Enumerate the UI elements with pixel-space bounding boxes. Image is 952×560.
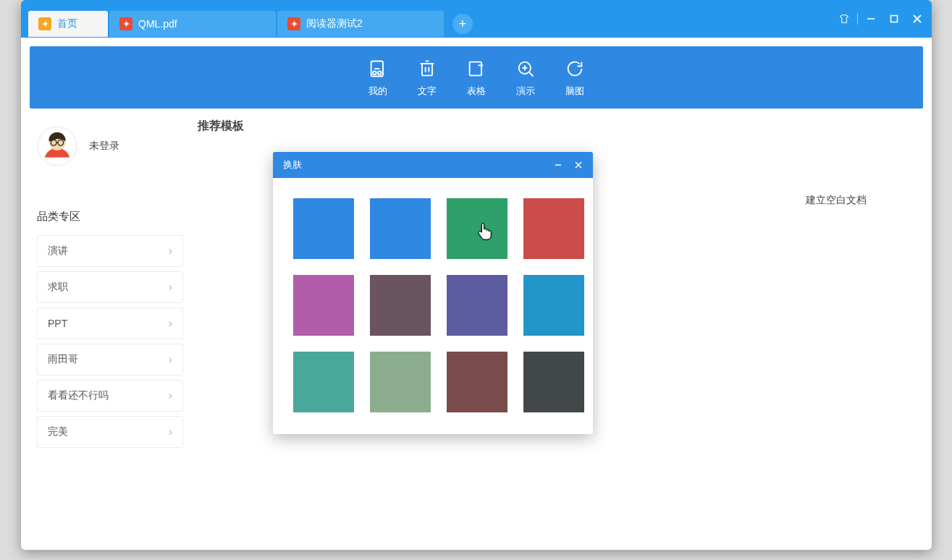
category-item-3[interactable]: 雨田哥 › xyxy=(37,344,183,376)
svg-rect-13 xyxy=(470,62,481,76)
skin-close-button[interactable] xyxy=(571,158,586,172)
category-item-label: PPT xyxy=(48,318,67,329)
chevron-right-icon: › xyxy=(169,353,172,366)
skin-minimize-button[interactable] xyxy=(551,158,565,172)
fire-icon: ✦ xyxy=(287,17,300,30)
tab-home-label: 首页 xyxy=(57,17,77,30)
skin-swatch-8[interactable] xyxy=(293,352,354,412)
export-icon xyxy=(465,57,488,80)
skin-swatch-11[interactable] xyxy=(523,352,584,412)
tab-file-2-label: 阅读器测试2 xyxy=(306,17,363,30)
chevron-right-icon: › xyxy=(169,389,172,402)
category-item-label: 演讲 xyxy=(48,245,68,258)
action-banner: 我的 文字 表格 演示 xyxy=(30,46,923,109)
skin-swatch-4[interactable] xyxy=(293,275,354,336)
skin-dialog-title: 换肤 xyxy=(283,158,302,171)
banner-mind[interactable]: 脑图 xyxy=(563,57,586,98)
category-title: 品类专区 xyxy=(37,210,183,224)
skin-swatch-3[interactable] xyxy=(523,198,584,259)
banner-present-label: 演示 xyxy=(516,85,535,98)
skin-swatch-0[interactable] xyxy=(293,198,354,259)
skin-icon[interactable] xyxy=(834,9,854,29)
app-window: ✦ 首页 ✦ QML.pdf ✦ 阅读器测试2 + xyxy=(21,0,932,550)
avatar xyxy=(37,126,77,166)
category-item-5[interactable]: 完美 › xyxy=(37,416,183,448)
skin-swatch-9[interactable] xyxy=(370,352,431,412)
titlebar: ✦ 首页 ✦ QML.pdf ✦ 阅读器测试2 + xyxy=(21,0,932,38)
skin-dialog: 换肤 xyxy=(273,152,593,434)
zoom-icon xyxy=(514,57,537,80)
svg-rect-1 xyxy=(891,16,898,22)
user-block[interactable]: 未登录 xyxy=(37,126,183,166)
mine-icon xyxy=(366,57,389,80)
svg-line-15 xyxy=(529,72,534,77)
chevron-right-icon: › xyxy=(169,425,172,438)
skin-swatch-2[interactable] xyxy=(447,198,507,259)
skin-dialog-header[interactable]: 换肤 xyxy=(273,152,593,178)
tab-file-1[interactable]: ✦ QML.pdf xyxy=(109,11,276,37)
home-icon: ✦ xyxy=(38,17,51,30)
sidebar-left: 未登录 品类专区 演讲 › 求职 › PPT › 雨田哥 › xyxy=(30,122,183,452)
skin-swatch-1[interactable] xyxy=(370,198,431,259)
skin-swatch-6[interactable] xyxy=(447,275,507,336)
chevron-right-icon: › xyxy=(169,281,172,294)
divider xyxy=(857,13,858,25)
fire-icon: ✦ xyxy=(119,17,132,30)
banner-mine-label: 我的 xyxy=(368,85,387,98)
category-item-label: 求职 xyxy=(48,281,68,294)
blank-doc-link[interactable]: 建立空白文档 xyxy=(749,194,923,207)
tab-file-1-label: QML.pdf xyxy=(138,18,177,30)
skin-swatch-7[interactable] xyxy=(523,275,584,336)
refresh-icon xyxy=(563,57,586,80)
right-column: 建立空白文档 xyxy=(749,122,923,452)
banner-present[interactable]: 演示 xyxy=(514,57,537,98)
tab-home[interactable]: ✦ 首页 xyxy=(28,11,108,37)
maximize-button[interactable] xyxy=(884,9,904,29)
content-area: 我的 文字 表格 演示 xyxy=(21,38,932,550)
tab-add-button[interactable]: + xyxy=(452,14,473,34)
skin-swatch-5[interactable] xyxy=(370,275,431,336)
category-item-0[interactable]: 演讲 › xyxy=(37,235,183,267)
category-item-4[interactable]: 看看还不行吗 › xyxy=(37,380,183,412)
banner-mind-label: 脑图 xyxy=(565,85,584,98)
svg-point-6 xyxy=(378,72,382,75)
login-text: 未登录 xyxy=(89,140,119,153)
trash-icon xyxy=(416,57,439,80)
category-item-2[interactable]: PPT › xyxy=(37,307,183,339)
banner-table-label: 表格 xyxy=(467,85,486,98)
tab-file-2[interactable]: ✦ 阅读器测试2 xyxy=(277,11,444,37)
category-item-1[interactable]: 求职 › xyxy=(37,271,183,303)
section-recommend-title: 推荐模板 xyxy=(198,119,749,134)
category-item-label: 看看还不行吗 xyxy=(48,389,109,402)
skin-swatch-10[interactable] xyxy=(447,352,507,412)
svg-rect-8 xyxy=(422,64,432,75)
minimize-button[interactable] xyxy=(861,9,881,29)
svg-point-5 xyxy=(373,72,376,75)
chevron-right-icon: › xyxy=(169,317,172,330)
close-button[interactable] xyxy=(907,9,927,29)
banner-table[interactable]: 表格 xyxy=(465,57,488,98)
chevron-right-icon: › xyxy=(169,245,172,258)
banner-text-label: 文字 xyxy=(418,85,437,98)
category-item-label: 完美 xyxy=(48,425,68,438)
window-controls xyxy=(834,0,927,38)
banner-mine[interactable]: 我的 xyxy=(366,57,389,98)
banner-text[interactable]: 文字 xyxy=(416,57,439,98)
category-item-label: 雨田哥 xyxy=(48,353,78,366)
skin-grid xyxy=(273,178,593,434)
